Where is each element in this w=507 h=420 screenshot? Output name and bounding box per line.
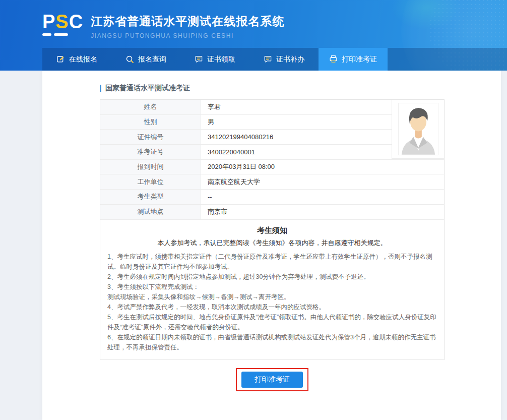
- row-label: 报到时间: [100, 160, 201, 174]
- printer-icon: [329, 55, 338, 64]
- app-subtitle: JIANGSU PUTONGHUA SHUIPING CESHI: [91, 32, 284, 39]
- avatar-illustration: [399, 103, 438, 155]
- notice-subtitle: 本人参加考试，承认已完整阅读《考生须知》各项内容，并自愿遵守相关规定。: [107, 238, 437, 248]
- photo-cell: [392, 100, 444, 159]
- print-ticket-button[interactable]: 打印准考证: [241, 372, 303, 388]
- brand-titles: 江苏省普通话水平测试在线报名系统 JIANGSU PUTONGHUA SHUIP…: [91, 12, 284, 39]
- notice-item: 6、在规定的领证日期内未领取的证书，由省级普通话测试机构或测试站发证处代为保管3…: [107, 332, 437, 352]
- section-title-text: 国家普通话水平测试准考证: [105, 84, 190, 93]
- tab-label: 打印准考证: [342, 55, 377, 64]
- tab-证书领取[interactable]: 证书领取: [180, 48, 249, 71]
- tab-label: 报名查询: [138, 55, 166, 64]
- tab-label: 证书补办: [276, 55, 304, 64]
- edit-icon: [56, 55, 65, 64]
- notice-item: 3、考生须按以下流程完成测试：: [107, 282, 437, 292]
- notice-items: 1、考生应试时，须携带相关指定证件（二代身份证原件及准考证，学生还应带上有效学生…: [107, 252, 437, 352]
- tab-label: 在线报名: [69, 55, 97, 64]
- table-row: 测试地点南京市: [100, 205, 444, 220]
- tab-打印准考证[interactable]: 打印准考证: [319, 48, 388, 71]
- tab-报名查询[interactable]: 报名查询: [111, 48, 180, 71]
- notice-item: 5、考生在测试后按规定的时间、地点凭身份证原件及“准考证”领取证书。由他人代领证…: [107, 312, 437, 332]
- app-header: PSC 江苏省普通话水平测试在线报名系统 JIANGSU PUTONGHUA S…: [0, 0, 507, 71]
- tab-label: 证书领取: [207, 55, 235, 64]
- row-label: 工作单位: [100, 174, 201, 189]
- row-value: 南京市: [201, 205, 444, 219]
- psc-logo-underline: [42, 33, 83, 36]
- teal-glow-decoration: [391, 0, 462, 30]
- notice-item: 1、考生应试时，须携带相关指定证件（二代身份证原件及准考证，学生还应带上有效学生…: [107, 252, 437, 272]
- psc-logo: PSC: [42, 12, 83, 36]
- tab-证书补办[interactable]: 证书补办: [249, 48, 319, 71]
- row-value: 南京航空航天大学: [201, 174, 444, 189]
- candidate-photo: [398, 103, 438, 155]
- search-icon: [125, 55, 134, 64]
- row-value: 2020年03月31日 08:00: [201, 160, 444, 174]
- button-row: 打印准考证: [100, 368, 445, 391]
- annotation-highlight-box: 打印准考证: [236, 368, 308, 391]
- admission-ticket-box: 姓名李君性别男证件编号341202199404080216准考证号3400220…: [100, 99, 445, 360]
- certificate-icon: [195, 55, 203, 64]
- table-row: 考生类型--: [100, 190, 444, 205]
- tab-在线报名[interactable]: 在线报名: [42, 48, 111, 71]
- row-label: 考生类型: [100, 190, 201, 204]
- row-label: 证件编号: [100, 130, 201, 144]
- certificate-reissue-icon: [264, 55, 272, 64]
- row-label: 姓名: [100, 100, 201, 114]
- row-label: 准考证号: [100, 145, 201, 159]
- main-nav: 在线报名报名查询证书领取证书补办打印准考证: [42, 48, 507, 71]
- app-title: 江苏省普通话水平测试在线报名系统: [91, 14, 284, 29]
- notice-section: 考生须知 本人参加考试，承认已完整阅读《考生须知》各项内容，并自愿遵守相关规定。…: [100, 220, 444, 359]
- notice-item: 2、考生必须在规定时间内到指定地点参加测试，超过30分钟作为弃考处理，测试费不予…: [107, 272, 437, 282]
- notice-item: 4、考试严禁作弊及代考，一经发现，取消本次测试成绩及一年内的应试资格。: [107, 302, 437, 312]
- brand: PSC 江苏省普通话水平测试在线报名系统 JIANGSU PUTONGHUA S…: [42, 12, 284, 39]
- section-title: 国家普通话水平测试准考证: [100, 84, 501, 93]
- table-row: 报到时间2020年03月31日 08:00: [100, 160, 444, 175]
- title-accent-bar: [100, 85, 101, 92]
- page: PSC 江苏省普通话水平测试在线报名系统 JIANGSU PUTONGHUA S…: [0, 0, 507, 420]
- row-label: 测试地点: [100, 205, 201, 219]
- content-card: 国家普通话水平测试准考证 姓名李君性别男证件编号3412021994040802…: [42, 71, 501, 420]
- notice-title: 考生须知: [107, 226, 437, 235]
- table-row: 工作单位南京航空航天大学: [100, 174, 444, 190]
- row-label: 性别: [100, 115, 201, 130]
- row-value: --: [201, 190, 444, 204]
- notice-item: 测试现场验证，采集头像和指纹→候测→备测→测试→离开考区。: [107, 292, 437, 302]
- psc-logo-text: PSC: [42, 12, 83, 31]
